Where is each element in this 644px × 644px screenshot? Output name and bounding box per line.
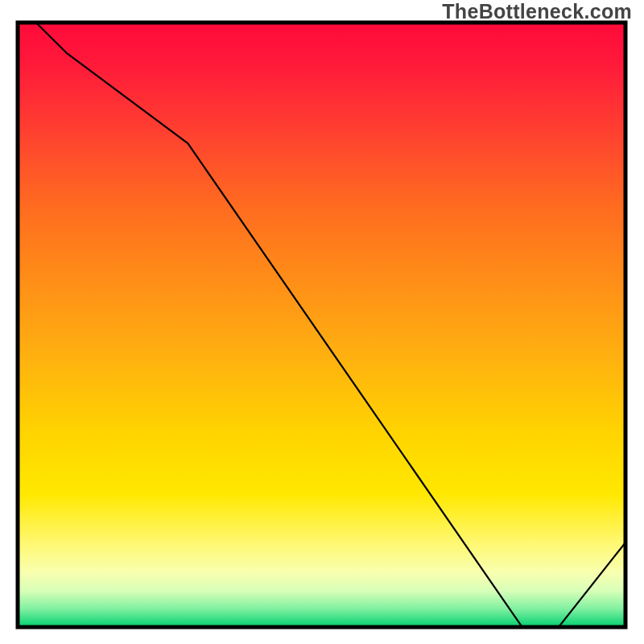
line-chart	[0, 0, 644, 644]
gradient-background	[18, 23, 625, 627]
watermark-label: TheBottleneck.com	[442, 0, 632, 23]
chart-container: TheBottleneck.com	[0, 0, 644, 644]
